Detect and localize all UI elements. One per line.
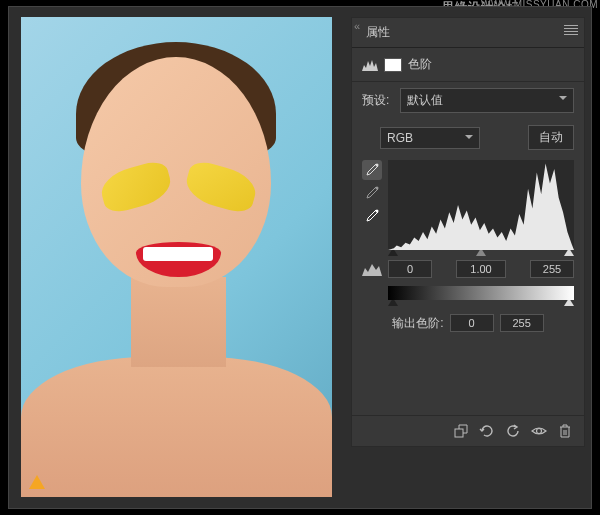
warning-icon[interactable] [29,475,45,489]
input-levels-icon [362,262,382,276]
output-label: 输出色阶: [392,315,443,332]
delete-button[interactable] [554,422,576,440]
input-values-row [352,256,584,282]
panel-collapse-icon[interactable]: « [354,20,360,32]
panel-menu-icon[interactable] [564,25,578,35]
preset-dropdown[interactable]: 默认值 [400,88,574,113]
eyedropper-group [362,160,384,250]
reset-button[interactable] [502,422,524,440]
histogram-chart[interactable] [388,160,574,250]
properties-panel: « 属性 色阶 预设: 默认值 RGB 自动 [351,17,585,447]
output-shadows-field[interactable] [450,314,494,332]
app-window: « 属性 色阶 预设: 默认值 RGB 自动 [8,6,592,509]
panel-tab-bar: « 属性 [352,18,584,48]
output-values-row: 输出色阶: [352,306,584,340]
histogram-area [352,156,584,250]
adjustment-label: 色阶 [408,56,432,73]
portrait-neck [131,277,226,367]
auto-button[interactable]: 自动 [528,125,574,150]
input-highlights-field[interactable] [530,260,574,278]
view-previous-button[interactable] [476,422,498,440]
preset-label: 预设: [362,92,392,109]
eyedropper-white[interactable] [362,206,382,226]
input-mid-field[interactable] [456,260,506,278]
svg-point-1 [376,187,379,190]
portrait-shoulders [21,357,332,497]
svg-rect-3 [455,429,463,437]
svg-point-4 [537,429,542,434]
panel-footer [352,415,584,446]
histogram-svg [388,160,574,250]
visibility-button[interactable] [528,422,550,440]
document-canvas[interactable] [21,17,332,497]
svg-point-0 [376,164,379,167]
clip-to-layer-button[interactable] [450,422,472,440]
channel-row: RGB 自动 [352,119,584,156]
svg-point-2 [376,210,379,213]
layer-mask-thumb[interactable] [384,58,402,72]
eyedropper-black[interactable] [362,160,382,180]
channel-dropdown[interactable]: RGB [380,127,480,149]
portrait-teeth [143,247,213,261]
eyedropper-gray[interactable] [362,183,382,203]
adjustment-type-row: 色阶 [352,48,584,82]
levels-icon [362,59,378,71]
output-gradient[interactable] [388,286,574,300]
input-shadows-field[interactable] [388,260,432,278]
output-highlights-field[interactable] [500,314,544,332]
preset-row: 预设: 默认值 [352,82,584,119]
